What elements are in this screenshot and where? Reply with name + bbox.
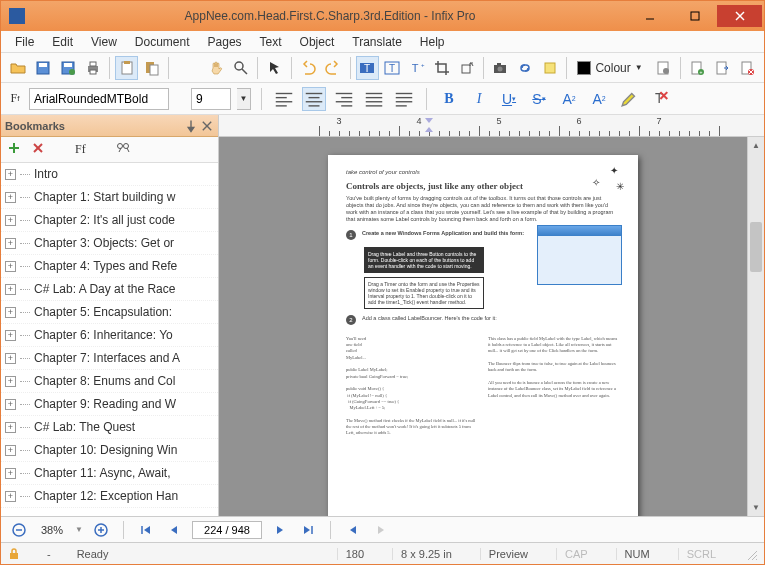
expand-icon[interactable]: + — [5, 445, 16, 456]
bookmark-item[interactable]: +Chapter 6: Inheritance: Yo — [1, 324, 218, 347]
highlight-button[interactable] — [617, 87, 641, 111]
select-tool-icon[interactable] — [263, 56, 286, 80]
vertical-scrollbar[interactable]: ▲ ▼ — [747, 137, 764, 516]
expand-icon[interactable]: + — [5, 215, 16, 226]
textplus-tool-icon[interactable]: T+ — [405, 56, 428, 80]
zoom-tool-icon[interactable] — [229, 56, 252, 80]
maximize-button[interactable] — [672, 5, 717, 27]
rotate-tool-icon[interactable] — [455, 56, 478, 80]
bookmark-font-icon[interactable]: Ff — [75, 142, 86, 157]
pin-icon[interactable] — [184, 119, 198, 133]
expand-icon[interactable]: + — [5, 422, 16, 433]
font-size-input[interactable] — [191, 88, 231, 110]
align-right-icon[interactable] — [332, 87, 356, 111]
scroll-thumb[interactable] — [750, 222, 762, 272]
font-name-input[interactable] — [29, 88, 169, 110]
menu-text[interactable]: Text — [252, 33, 290, 51]
align-left-icon[interactable] — [272, 87, 296, 111]
font-size-dropdown[interactable]: ▼ — [237, 88, 251, 110]
page-extract-icon[interactable] — [710, 56, 733, 80]
menu-edit[interactable]: Edit — [44, 33, 81, 51]
bookmark-item[interactable]: +Intro — [1, 163, 218, 186]
next-page-icon[interactable] — [270, 520, 290, 540]
lock-icon[interactable] — [7, 547, 21, 561]
doc-settings-icon[interactable] — [652, 56, 675, 80]
bookmark-delete-icon[interactable] — [31, 141, 45, 158]
scroll-up-icon[interactable]: ▲ — [748, 137, 764, 154]
menu-document[interactable]: Document — [127, 33, 198, 51]
crop-tool-icon[interactable] — [430, 56, 453, 80]
clear-format-button[interactable]: T — [647, 87, 671, 111]
expand-icon[interactable]: + — [5, 399, 16, 410]
bookmark-item[interactable]: +C# Lab: The Quest — [1, 416, 218, 439]
align-justify-icon[interactable] — [362, 87, 386, 111]
last-page-icon[interactable] — [298, 520, 318, 540]
textframe-tool-icon[interactable]: T — [381, 56, 404, 80]
expand-icon[interactable]: + — [5, 307, 16, 318]
bookmark-item[interactable]: +C# Lab: A Day at the Race — [1, 278, 218, 301]
redo-icon[interactable] — [322, 56, 345, 80]
bookmark-item[interactable]: +Chapter 11: Async, Await, — [1, 462, 218, 485]
expand-icon[interactable]: + — [5, 376, 16, 387]
bookmark-item[interactable]: +Chapter 12: Exception Han — [1, 485, 218, 508]
zoom-dropdown-icon[interactable]: ▼ — [75, 525, 83, 534]
paste-icon[interactable] — [140, 56, 163, 80]
align-center-icon[interactable] — [302, 87, 326, 111]
expand-icon[interactable]: + — [5, 192, 16, 203]
horizontal-ruler[interactable]: 34567 — [219, 115, 764, 137]
bookmark-item[interactable]: +Chapter 1: Start building w — [1, 186, 218, 209]
bookmark-item[interactable]: +Chapter 8: Enums and Col — [1, 370, 218, 393]
open-icon[interactable] — [7, 56, 30, 80]
expand-icon[interactable]: + — [5, 330, 16, 341]
underline-button[interactable]: U▾ — [497, 87, 521, 111]
bookmark-item[interactable]: +Chapter 5: Encapsulation: — [1, 301, 218, 324]
close-panel-icon[interactable] — [200, 119, 214, 133]
link-icon[interactable] — [514, 56, 537, 80]
bookmark-find-icon[interactable] — [116, 141, 130, 158]
zoom-in-icon[interactable] — [91, 520, 111, 540]
minimize-button[interactable] — [627, 5, 672, 27]
expand-icon[interactable]: + — [5, 169, 16, 180]
first-page-icon[interactable] — [136, 520, 156, 540]
expand-icon[interactable]: + — [5, 353, 16, 364]
history-back-icon[interactable] — [343, 520, 363, 540]
bookmark-item[interactable]: +Chapter 7: Interfaces and A — [1, 347, 218, 370]
bookmark-item[interactable]: +Chapter 9: Reading and W — [1, 393, 218, 416]
zoom-out-icon[interactable] — [9, 520, 29, 540]
subscript-button[interactable]: A2 — [587, 87, 611, 111]
page-number-input[interactable] — [192, 521, 262, 539]
clipboard-icon[interactable] — [115, 56, 138, 80]
resize-grip-icon[interactable] — [744, 547, 758, 561]
saveas-icon[interactable] — [57, 56, 80, 80]
menu-view[interactable]: View — [83, 33, 125, 51]
indent-marker-icon[interactable] — [424, 117, 434, 136]
bookmark-item[interactable]: +Chapter 10: Designing Win — [1, 439, 218, 462]
text-tool-icon[interactable]: T — [356, 56, 379, 80]
align-justify-all-icon[interactable] — [392, 87, 416, 111]
expand-icon[interactable]: + — [5, 238, 16, 249]
menu-object[interactable]: Object — [292, 33, 343, 51]
bookmark-add-icon[interactable] — [7, 141, 21, 158]
history-forward-icon[interactable] — [371, 520, 391, 540]
bookmark-item[interactable]: +Chapter 4: Types and Refe — [1, 255, 218, 278]
expand-icon[interactable]: + — [5, 261, 16, 272]
print-icon[interactable] — [82, 56, 105, 80]
document-viewport[interactable]: take control of your controls Controls a… — [219, 137, 747, 516]
menu-pages[interactable]: Pages — [200, 33, 250, 51]
prev-page-icon[interactable] — [164, 520, 184, 540]
status-preview[interactable]: Preview — [480, 548, 536, 560]
menu-file[interactable]: File — [7, 33, 42, 51]
bold-button[interactable]: B — [437, 87, 461, 111]
expand-icon[interactable]: + — [5, 491, 16, 502]
expand-icon[interactable]: + — [5, 284, 16, 295]
save-icon[interactable] — [32, 56, 55, 80]
bookmark-item[interactable]: +Chapter 2: It's all just code — [1, 209, 218, 232]
scroll-down-icon[interactable]: ▼ — [748, 499, 764, 516]
note-icon[interactable] — [539, 56, 562, 80]
strike-button[interactable]: S▾ — [527, 87, 551, 111]
expand-icon[interactable]: + — [5, 468, 16, 479]
close-button[interactable] — [717, 5, 762, 27]
superscript-button[interactable]: A2 — [557, 87, 581, 111]
page-add-icon[interactable]: + — [686, 56, 709, 80]
colour-picker[interactable]: Colour ▼ — [572, 56, 647, 80]
